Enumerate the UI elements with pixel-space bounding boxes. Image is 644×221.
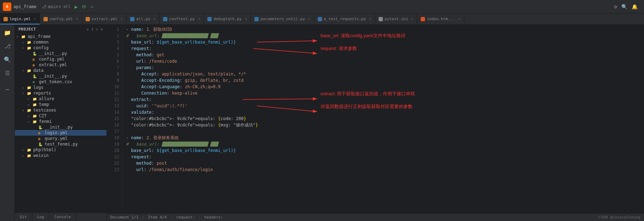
bottom-tab-console[interactable]: Console [50,213,76,221]
branch-name[interactable]: ⎇ main [41,4,58,9]
tab-pytest.ini[interactable]: pytest.ini× [375,13,417,24]
tree-file-icon-20: 📁 [27,148,32,152]
status-item: Item 4/4 [148,215,167,220]
tab-label-extract.yml: extract.yml [92,17,117,21]
sidebar-icon-search[interactable]: 🔍 [1,53,14,66]
tree-item-15[interactable]: ▾📁fenmi [15,119,107,124]
settings-icon-right[interactable]: ⚙ [614,3,618,10]
tab-icon-config.yml [44,17,48,21]
tree-item-14[interactable]: ▸📁CZT [15,113,107,119]
tab-close-extract.yml[interactable]: × [121,17,123,21]
tree-item-19[interactable]: 🐍test_fenmi.py [15,141,107,147]
filetree-action-settings[interactable]: ⚙ [100,27,103,32]
bottom-tab-git[interactable]: Git [15,213,32,221]
tab-index.html[interactable]: index.htm...× [417,13,464,24]
tree-label-8: get_token.csv [39,79,72,84]
tree-item-0[interactable]: ▾📁api_frame [15,34,107,39]
tab-label-all.py: all.py [136,17,150,21]
tree-item-11[interactable]: ▸📁allure [15,96,107,102]
tab-close-all.py[interactable]: × [154,17,156,21]
search-icon-top[interactable]: 🔍 [621,3,628,10]
tab-close-login.yml[interactable]: × [34,17,36,21]
status-sep3: › [199,215,201,220]
tree-item-21[interactable]: ▸📁weixin [15,153,107,158]
tree-file-icon-3: 🐍 [33,52,38,56]
app-logo: A [3,2,11,11]
tab-icon-pytest.ini [379,17,383,21]
tab-close-conftest.py[interactable]: × [198,17,200,21]
tab-debugtalk.py[interactable]: debugtalk.py× [204,13,251,24]
sidebar-icon-more[interactable]: ⋯ [1,83,14,96]
tree-item-13[interactable]: ▾📁testcases [15,107,107,113]
tree-item-2[interactable]: ▾📁config [15,45,107,51]
tree-arrow-15: ▾ [28,120,33,124]
tree-arrow-0: ▾ [16,35,21,39]
tab-config.yml[interactable]: config.yml× [40,13,82,24]
code-line-3: base_url: ${get_base_url(base_fenmi_url)… [126,39,639,45]
scrollbar-right[interactable] [639,25,644,213]
tree-label-7: __init__.py [39,74,67,79]
app-name: api_frame [13,4,36,9]
tree-arrow-14: ▸ [28,114,33,118]
tab-close-config.yml[interactable]: × [76,17,78,21]
tab-conftest.py[interactable]: conftest.py× [160,13,204,24]
debug-icon[interactable]: ⟳ [81,3,87,10]
editor-area: 1234567891011121314151617181920212223 - … [107,25,644,221]
tab-label-a_test_requests.py: a_test_requests.py [324,17,366,21]
more-icon[interactable]: ⋯ [90,3,94,10]
tree-item-17[interactable]: ▣login.yml [15,130,107,136]
tree-item-7[interactable]: 🐍__init__.py [15,73,107,79]
tree-arrow-2: ▾ [22,46,27,50]
sidebar-icon-structure[interactable]: ☰ [1,67,14,79]
tree-item-16[interactable]: 🐍__init__.py [15,124,107,130]
tab-parameters_until.py[interactable]: parameters_until.py× [251,13,314,24]
tab-close-pytest.ini[interactable]: × [411,17,413,21]
tree-item-18[interactable]: ▣query.yml [15,136,107,141]
code-content[interactable]: - name: 1、获取UUID# base_url: ████████████… [122,25,639,213]
tree-item-12[interactable]: ▸📁temp [15,102,107,107]
tree-item-10[interactable]: ▾📁reports [15,90,107,96]
sidebar-icon-project[interactable]: 📁 [1,26,14,39]
code-line-7: params: [126,64,639,71]
tab-extract.yml[interactable]: extract.yml× [82,13,127,24]
sidebar-icon-git[interactable]: ⎇ [1,40,14,52]
tree-label-10: reports [33,91,51,96]
tree-item-9[interactable]: ▸📁logs [15,85,107,90]
tree-item-3[interactable]: 🐍__init__.py [15,51,107,56]
tree-item-20[interactable]: ▸📁php(html) [15,147,107,153]
tab-close-parameters_until.py[interactable]: × [308,17,310,21]
tree-file-icon-7: 🐍 [33,74,38,78]
tree-item-6[interactable]: ▾📁data [15,68,107,73]
tree-file-icon-21: 📁 [27,154,32,158]
tab-close-a_test_requests.py[interactable]: × [369,17,371,21]
tab-icon-index.html [421,17,425,21]
tree-label-15: fenmi [39,119,52,124]
tab-close-debugtalk.py[interactable]: × [245,17,247,21]
bottom-tab-log[interactable]: Log [32,213,50,221]
sidebar-icon-panel: 📁 ⎇ 🔍 ☰ ⋯ [0,25,15,221]
code-line-15: "color:#bcbcbc">- 9cdcfe">equals: {code:… [126,115,639,122]
line-num-9: 9 [107,77,119,84]
filetree-action-new[interactable]: + [87,27,89,32]
tab-close-index.html[interactable]: × [458,17,460,21]
filetree-header: Project + ⟨ ✕ ⚙ [15,25,107,34]
tab-login.yml[interactable]: login.yml× [0,13,40,24]
code-line-16: "color:#bcbcbc">- 9cdcfe">equals: {msg: … [126,122,639,128]
tree-file-icon-14: 📁 [33,114,38,118]
tree-item-5[interactable]: ▣extract.yml [15,62,107,68]
tree-item-1[interactable]: ▸📁common [15,39,107,45]
tree-file-icon-6: 📁 [27,69,32,73]
notification-icon[interactable]: 🔔 [631,3,638,10]
tree-item-4[interactable]: ▣config.yml [15,56,107,62]
tree-label-11: allure [39,96,54,101]
run-icon[interactable]: ▶ [74,3,78,10]
filetree-action-close[interactable]: ✕ [96,27,98,32]
bottom-tabs: Git Log Console [15,212,107,221]
tab-a_test_requests.py[interactable]: a_test_requests.py× [314,13,375,24]
line-num-4: 4 [107,45,119,52]
tree-item-8[interactable]: ≡get_token.csv [15,79,107,85]
tab-all.py[interactable]: all.py× [127,13,160,24]
line-num-10: 10 [107,84,119,90]
filetree-action-collapse[interactable]: ⟨ [91,27,94,32]
line-num-12: 12 [107,96,119,103]
